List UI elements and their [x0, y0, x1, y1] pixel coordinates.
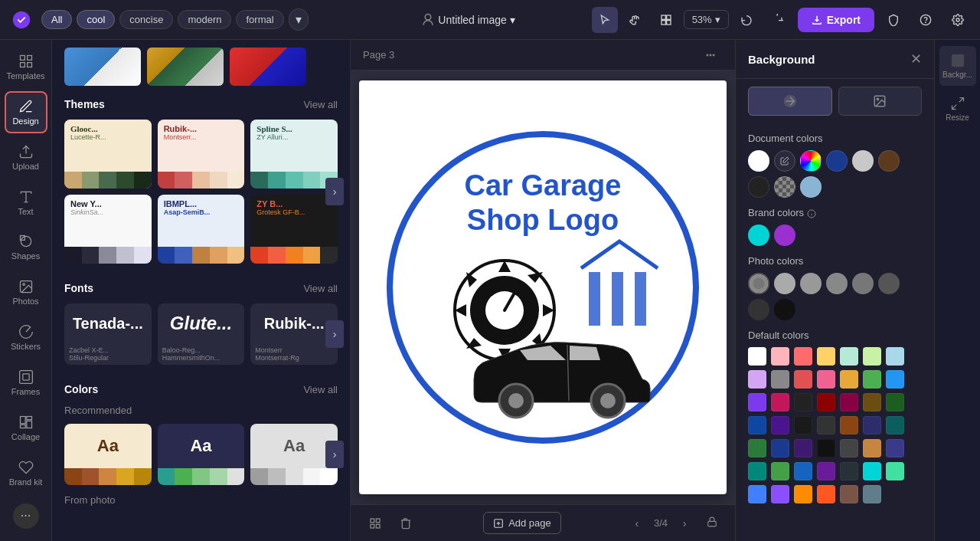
- color-preset-2[interactable]: [147, 48, 224, 86]
- photo-color-3[interactable]: [800, 273, 822, 294]
- photo-color-1[interactable]: [748, 273, 769, 294]
- delete-btn[interactable]: [394, 511, 418, 536]
- sidebar-item-photos[interactable]: Photos: [5, 271, 47, 313]
- default-color[interactable]: [748, 462, 766, 480]
- font-card-1[interactable]: Tenada-... Zacbel X-E... Stilu-Regular: [64, 303, 152, 365]
- default-color[interactable]: [817, 370, 835, 389]
- default-color[interactable]: [863, 370, 881, 389]
- zoom-control[interactable]: 53% ▾: [684, 10, 729, 29]
- tag-formal[interactable]: formal: [236, 10, 283, 29]
- photo-color-2[interactable]: [774, 273, 795, 294]
- default-color[interactable]: [748, 370, 766, 389]
- doc-color-eyedropper[interactable]: [774, 150, 795, 172]
- undo-button[interactable]: [733, 7, 760, 33]
- default-color[interactable]: [886, 462, 904, 480]
- default-color[interactable]: [886, 416, 904, 434]
- doc-color-lightgray[interactable]: [852, 150, 874, 172]
- default-color[interactable]: [840, 393, 858, 411]
- doc-color-white[interactable]: [748, 150, 769, 172]
- tag-concise[interactable]: concise: [119, 10, 173, 29]
- default-color[interactable]: [794, 439, 812, 457]
- default-color[interactable]: [748, 416, 766, 434]
- add-page-button[interactable]: Add page: [483, 512, 561, 534]
- logo[interactable]: [9, 8, 34, 32]
- default-color[interactable]: [771, 416, 789, 434]
- default-color[interactable]: [840, 462, 858, 480]
- default-color[interactable]: [840, 347, 858, 366]
- canvas-body[interactable]: Car Garage Shop Logo: [351, 70, 735, 504]
- default-color[interactable]: [771, 393, 789, 411]
- font-card-2[interactable]: Glute... Baloo-Reg... HammersmithOn...: [158, 303, 245, 365]
- page-options-btn[interactable]: [698, 43, 723, 67]
- theme-card-2[interactable]: Rubik-... Montserr...: [158, 120, 245, 189]
- default-color[interactable]: [794, 462, 812, 480]
- brand-color-cyan[interactable]: [748, 225, 769, 246]
- theme-card-4[interactable]: New Y... SinkinSa...: [64, 195, 152, 264]
- sidebar-item-collage[interactable]: Collage: [5, 407, 47, 449]
- help-icon[interactable]: [913, 7, 939, 33]
- default-color[interactable]: [794, 485, 812, 503]
- default-color[interactable]: [863, 347, 881, 366]
- doc-color-rainbow[interactable]: [800, 150, 822, 172]
- color-preset-3[interactable]: [230, 48, 306, 86]
- fonts-next-btn[interactable]: ›: [325, 320, 344, 348]
- default-color[interactable]: [794, 347, 812, 366]
- default-color[interactable]: [771, 439, 789, 457]
- doc-color-darkgray[interactable]: [748, 176, 769, 198]
- color-card-1[interactable]: Aa: [64, 424, 152, 485]
- tag-cool[interactable]: cool: [77, 10, 115, 29]
- tag-modern[interactable]: modern: [178, 10, 231, 29]
- default-color[interactable]: [817, 439, 835, 457]
- doc-color-checker[interactable]: [774, 176, 795, 198]
- color-preset-1[interactable]: [64, 48, 141, 86]
- file-name[interactable]: Page 3 Untitled image ▾: [421, 13, 515, 27]
- default-color[interactable]: [817, 393, 835, 411]
- default-color[interactable]: [817, 485, 835, 503]
- export-button[interactable]: Export: [798, 8, 874, 32]
- colors-view-all[interactable]: View all: [303, 384, 338, 395]
- default-color[interactable]: [771, 347, 789, 366]
- default-color[interactable]: [771, 462, 789, 480]
- default-color[interactable]: [748, 347, 766, 366]
- doc-color-navy[interactable]: [826, 150, 848, 172]
- sidebar-item-shapes[interactable]: Shapes: [5, 227, 47, 269]
- default-color[interactable]: [886, 393, 904, 411]
- default-color[interactable]: [863, 462, 881, 480]
- default-color[interactable]: [748, 439, 766, 457]
- themes-view-all[interactable]: View all: [303, 99, 338, 110]
- next-page-btn[interactable]: ›: [674, 513, 695, 534]
- layout-tool[interactable]: [653, 7, 679, 33]
- default-color[interactable]: [817, 347, 835, 366]
- photo-color-6[interactable]: [878, 273, 900, 294]
- select-tool[interactable]: [592, 7, 618, 33]
- fonts-view-all[interactable]: View all: [303, 283, 338, 294]
- default-color[interactable]: [840, 416, 858, 434]
- theme-card-5[interactable]: IBMPL... Asap-SemiB...: [158, 195, 245, 264]
- doc-color-brown[interactable]: [878, 150, 900, 172]
- default-color[interactable]: [794, 393, 812, 411]
- tag-all[interactable]: All: [41, 10, 72, 29]
- redo-button[interactable]: [764, 7, 790, 33]
- sidebar-item-templates[interactable]: Templates: [5, 46, 47, 88]
- photo-color-8[interactable]: [774, 299, 795, 320]
- sidebar-item-stickers[interactable]: Stickers: [5, 316, 47, 359]
- default-color[interactable]: [886, 439, 904, 457]
- default-color[interactable]: [863, 393, 881, 411]
- colors-next-btn[interactable]: ›: [325, 441, 344, 468]
- default-color[interactable]: [771, 370, 789, 389]
- grid-view-btn[interactable]: [363, 511, 387, 536]
- default-color[interactable]: [771, 485, 789, 503]
- lock-button[interactable]: [701, 513, 723, 534]
- shield-icon[interactable]: [880, 7, 906, 33]
- sidebar-item-text[interactable]: Text: [5, 182, 47, 224]
- brand-color-purple[interactable]: [774, 225, 795, 246]
- default-color[interactable]: [840, 485, 858, 503]
- default-color[interactable]: [748, 485, 766, 503]
- themes-next-btn[interactable]: ›: [325, 178, 344, 205]
- default-color[interactable]: [794, 370, 812, 389]
- default-color[interactable]: [840, 439, 858, 457]
- photo-color-5[interactable]: [852, 273, 874, 294]
- settings-icon[interactable]: [945, 7, 971, 33]
- doc-color-lightblue[interactable]: [800, 176, 822, 198]
- default-color[interactable]: [794, 416, 812, 434]
